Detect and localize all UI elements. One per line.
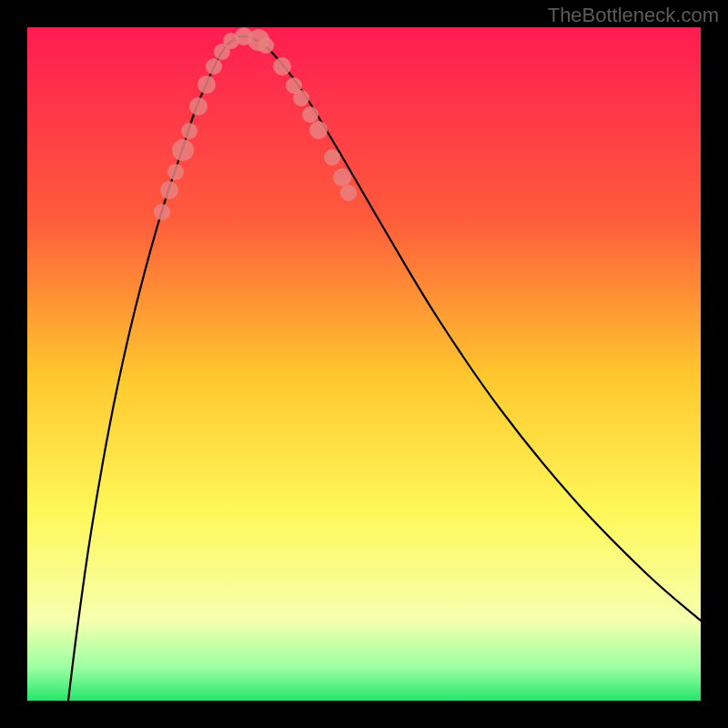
sample-point <box>309 121 328 139</box>
sample-point <box>160 181 178 199</box>
sample-point <box>324 149 340 166</box>
sample-point <box>258 37 274 54</box>
sample-point <box>206 58 222 75</box>
chart-frame: TheBottleneck.com <box>0 0 728 728</box>
watermark-text: TheBottleneck.com <box>548 4 719 27</box>
sample-point <box>333 168 351 187</box>
sample-point <box>273 57 291 76</box>
plot-svg <box>27 27 701 701</box>
sample-point <box>302 106 318 123</box>
sample-point <box>197 76 216 94</box>
sample-point <box>167 164 184 180</box>
bottleneck-curve <box>68 36 701 701</box>
sample-point <box>181 123 197 139</box>
plot-area <box>27 27 701 701</box>
sample-point <box>340 185 357 201</box>
sample-point <box>293 90 309 106</box>
sample-point <box>154 204 170 220</box>
sample-point <box>189 97 207 116</box>
sample-points-group <box>154 27 357 220</box>
sample-point <box>172 139 194 161</box>
